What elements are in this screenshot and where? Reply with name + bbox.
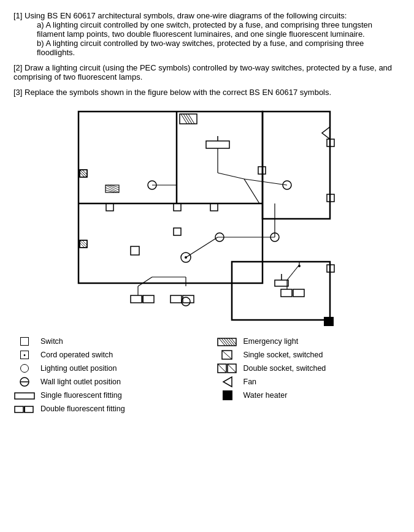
- single-fluor-symbol: [13, 389, 36, 402]
- svg-rect-74: [15, 393, 34, 399]
- svg-line-54: [244, 179, 287, 185]
- emergency-light-top: [180, 114, 197, 124]
- svg-line-40: [82, 170, 87, 175]
- svg-rect-18: [206, 141, 229, 148]
- fan-label: Fan: [243, 378, 257, 386]
- single-fluor-icon: [13, 390, 36, 401]
- fan-icon: [221, 376, 234, 387]
- lighting-outlet-label: Lighting outlet position: [40, 364, 117, 373]
- single-socket-icon: [221, 349, 234, 360]
- legend-cord-switch: Cord operated switch: [13, 348, 198, 362]
- legend-single-fluor: Single fluorescent fitting: [13, 389, 198, 402]
- svg-marker-51: [322, 127, 330, 139]
- svg-line-55: [244, 179, 259, 203]
- switch-icon: [20, 337, 29, 346]
- svg-rect-29: [106, 203, 113, 211]
- switch-symbol: [13, 335, 36, 348]
- svg-line-88: [218, 364, 226, 373]
- q1-number: [1]: [13, 11, 22, 20]
- legend: Switch Cord operated switch Lighting out…: [13, 335, 401, 416]
- svg-rect-75: [15, 406, 23, 412]
- single-socket-label: Single socket, switched: [243, 351, 323, 359]
- question-3: [3] Replace the symbols shown in the fig…: [13, 88, 401, 97]
- floor-plan-diagram: [72, 105, 342, 326]
- legend-water-heater: Water heater: [217, 389, 401, 402]
- q1-a-text: A lighting circuit controlled by one swi…: [37, 20, 372, 39]
- double-fluor-label: Double fluorescent fitting: [40, 405, 125, 413]
- q1-b-label: b): [37, 39, 44, 48]
- emergency-symbol: [217, 335, 239, 348]
- cord-switch-label: Cord operated switch: [40, 351, 113, 359]
- legend-double-socket: Double socket, switched: [217, 362, 401, 375]
- svg-rect-20: [131, 295, 142, 303]
- svg-rect-10: [131, 246, 139, 255]
- q1-a-label: a): [37, 20, 44, 29]
- svg-line-39: [80, 172, 85, 177]
- fan-symbol: [217, 375, 239, 389]
- q2-text: Draw a lighting circuit (using the PEC s…: [13, 63, 392, 82]
- single-socket-symbol: [217, 348, 239, 362]
- single-fluor-label: Single fluorescent fitting: [40, 391, 122, 400]
- svg-marker-91: [223, 377, 232, 387]
- diagram-svg: [72, 105, 342, 326]
- svg-line-57: [138, 277, 152, 286]
- svg-line-50: [82, 240, 87, 245]
- legend-fan: Fan: [217, 375, 401, 389]
- water-heater-icon: [223, 390, 232, 400]
- svg-rect-24: [183, 295, 194, 303]
- emergency-icon: [217, 336, 239, 347]
- svg-line-53: [218, 173, 244, 179]
- wall-light-icon: [18, 376, 31, 387]
- svg-rect-76: [25, 406, 33, 412]
- q1-text: Using BS EN 60617 architectural symbols,…: [25, 11, 347, 20]
- q3-text: Replace the symbols shown in the figure …: [25, 88, 331, 97]
- svg-point-67: [298, 265, 301, 267]
- svg-rect-23: [171, 295, 182, 303]
- water-heater-label: Water heater: [243, 391, 288, 400]
- svg-rect-21: [143, 295, 154, 303]
- cord-switch-icon: [20, 351, 29, 359]
- svg-line-62: [186, 237, 218, 257]
- svg-rect-69: [324, 317, 334, 326]
- svg-rect-31: [174, 228, 181, 235]
- legend-double-fluor: Double fluorescent fitting: [13, 402, 198, 416]
- legend-wall-light: Wall light outlet position: [13, 375, 198, 389]
- wall-light-label: Wall light outlet position: [40, 378, 121, 386]
- wall-light-symbol: [13, 375, 36, 389]
- svg-rect-70: [275, 280, 288, 286]
- lighting-outlet-icon: [20, 364, 29, 373]
- svg-line-66: [287, 265, 299, 280]
- emergency-label: Emergency light: [243, 337, 299, 346]
- svg-line-90: [228, 364, 236, 373]
- legend-emergency: Emergency light: [217, 335, 401, 348]
- double-socket-label: Double socket, switched: [243, 364, 326, 373]
- double-socket-symbol: [217, 362, 239, 375]
- svg-rect-0: [79, 112, 263, 283]
- q1-part-a: a) A lighting circuit controlled by one …: [37, 20, 401, 39]
- question-1: [1] Using BS EN 60617 architectural symb…: [13, 11, 401, 57]
- svg-line-42: [105, 185, 119, 192]
- q3-number: [3]: [13, 88, 22, 97]
- svg-rect-3: [263, 112, 330, 219]
- svg-rect-30: [174, 203, 181, 211]
- double-socket-icon: [217, 363, 239, 374]
- svg-rect-32: [210, 203, 218, 211]
- water-heater-symbol: [217, 389, 239, 402]
- svg-line-46: [105, 190, 114, 192]
- lighting-outlet-symbol: [13, 362, 36, 375]
- legend-lighting-outlet: Lighting outlet position: [13, 362, 198, 375]
- svg-rect-25: [281, 289, 292, 297]
- svg-line-44: [110, 185, 119, 188]
- q1-b-text: A lighting circuit controlled by two-way…: [37, 39, 364, 57]
- svg-line-49: [80, 243, 85, 248]
- double-fluor-icon: [13, 403, 36, 414]
- legend-switch: Switch: [13, 335, 198, 348]
- legend-left-col: Switch Cord operated switch Lighting out…: [13, 335, 198, 416]
- svg-line-86: [222, 351, 232, 359]
- cord-switch-symbol: [13, 348, 36, 362]
- q1-part-b: b) A lighting circuit controlled by two-…: [37, 39, 401, 57]
- legend-single-socket: Single socket, switched: [217, 348, 401, 362]
- q2-number: [2]: [13, 63, 22, 72]
- double-fluor-symbol: [13, 402, 36, 416]
- legend-right-col: Emergency light Single socket, switched: [217, 335, 401, 416]
